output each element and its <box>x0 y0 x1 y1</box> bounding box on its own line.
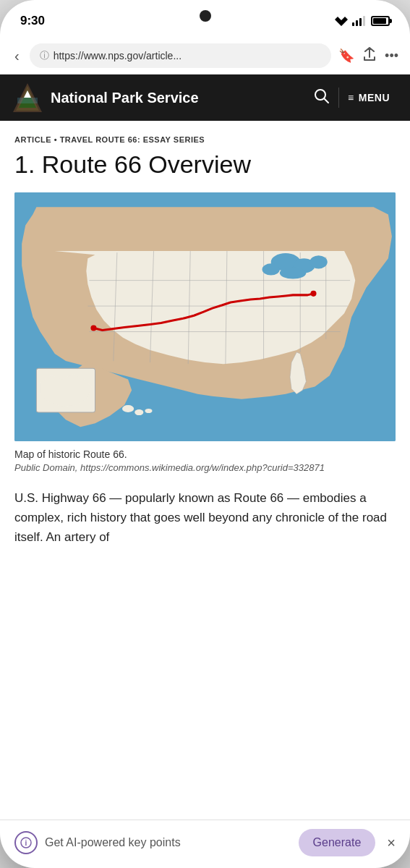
svg-rect-6 <box>17 98 38 103</box>
svg-point-27 <box>122 405 134 412</box>
signal-icon <box>352 16 365 26</box>
svg-text:i: i <box>25 839 27 847</box>
status-time: 9:30 <box>20 14 45 28</box>
url-bar[interactable]: ⓘ https://www.nps.gov/article... <box>30 43 331 68</box>
article-category: ARTICLE • TRAVEL ROUTE 66: ESSAY SERIES <box>14 135 396 144</box>
svg-point-25 <box>280 267 306 278</box>
ai-bar-inner: i Get AI-powered key points Generate × <box>14 829 396 856</box>
ai-bottom-bar: i Get AI-powered key points Generate × <box>0 820 410 868</box>
ai-close-button[interactable]: × <box>387 835 396 850</box>
svg-point-23 <box>262 263 280 275</box>
nps-header: NPS National Park Service ≡ MENU <box>0 75 410 121</box>
article-title: 1. Route 66 Overview <box>14 150 396 179</box>
svg-point-31 <box>310 291 316 297</box>
svg-line-9 <box>324 98 328 103</box>
camera-notch <box>200 10 211 22</box>
status-icons <box>335 16 390 26</box>
browser-actions: 🔖 ••• <box>338 47 398 65</box>
menu-label: MENU <box>359 92 390 103</box>
phone-frame: 9:30 ‹ ⓘ https://www.nps.gov/article... <box>0 0 410 868</box>
svg-marker-0 <box>335 17 348 26</box>
nps-search-button[interactable] <box>305 84 338 112</box>
svg-point-29 <box>145 409 152 413</box>
map-attribution: Public Domain, https://commons.wikimedia… <box>14 461 396 475</box>
main-content: ARTICLE • TRAVEL ROUTE 66: ESSAY SERIES … <box>0 121 410 820</box>
browser-bar: ‹ ⓘ https://www.nps.gov/article... 🔖 ••• <box>0 38 410 75</box>
article-body: U.S. Highway 66 — popularly known as Rou… <box>14 488 396 548</box>
generate-button[interactable]: Generate <box>299 829 376 856</box>
us-map <box>14 192 396 442</box>
map-container <box>14 192 396 442</box>
ai-info-icon: i <box>14 831 38 854</box>
url-text: https://www.nps.gov/article... <box>54 50 321 61</box>
share-button[interactable] <box>363 47 376 65</box>
svg-point-24 <box>309 255 327 268</box>
svg-point-28 <box>134 409 143 415</box>
hamburger-icon: ≡ <box>348 92 354 103</box>
battery-icon <box>371 16 390 26</box>
map-caption: Map of historic Route 66. <box>14 448 396 460</box>
wifi-icon <box>335 16 348 26</box>
ai-left: i Get AI-powered key points <box>14 831 181 854</box>
nps-site-title: National Park Service <box>51 90 305 106</box>
url-info-icon: ⓘ <box>40 49 49 62</box>
ai-prompt-text: Get AI-powered key points <box>45 836 181 849</box>
more-button[interactable]: ••• <box>385 48 398 64</box>
back-button[interactable]: ‹ <box>12 45 22 67</box>
nps-logo: NPS <box>12 82 43 114</box>
svg-point-30 <box>90 325 96 331</box>
bookmark-button[interactable]: 🔖 <box>338 48 354 64</box>
nps-menu-button[interactable]: ≡ MENU <box>338 88 398 108</box>
